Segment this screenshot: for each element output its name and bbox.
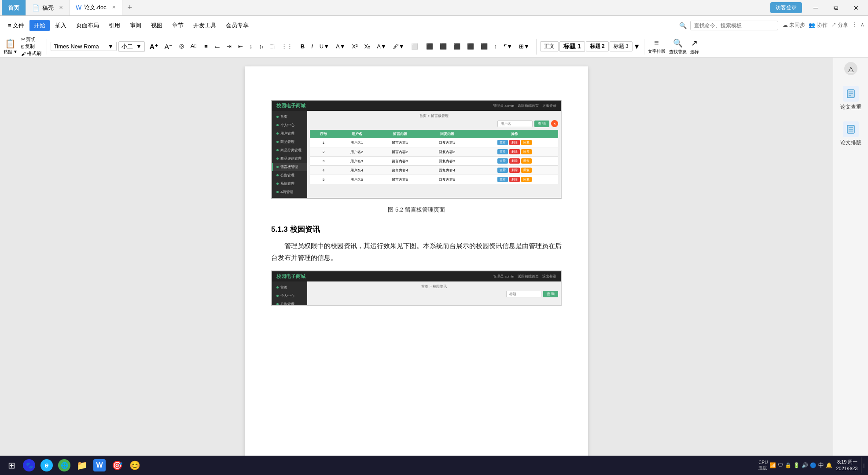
border-button[interactable]: ⬜ xyxy=(408,41,421,51)
text-layout-button[interactable]: ≡ 文字排版 xyxy=(648,38,666,55)
ribbon-vip[interactable]: 会员专享 xyxy=(221,20,253,31)
unordered-list-button[interactable]: ≡ xyxy=(201,41,211,51)
add-tab-button[interactable]: + xyxy=(122,3,138,12)
align-distribute-button[interactable]: ⬛ xyxy=(478,41,491,51)
view-btn-4[interactable]: 查看 xyxy=(497,168,508,173)
ribbon-insert[interactable]: 插入 xyxy=(51,20,71,31)
font-color2-button[interactable]: A▼ xyxy=(374,41,390,51)
admin-search-button-1[interactable]: 查 询 xyxy=(534,121,549,127)
font-color-button[interactable]: A▼ xyxy=(333,41,349,51)
cut-button[interactable]: ✂ 剪切 xyxy=(21,36,41,43)
admin-filter-button-1[interactable]: ✕ xyxy=(551,120,558,127)
taskbar-app-ie[interactable]: e xyxy=(39,457,55,473)
ribbon-reference[interactable]: 引用 xyxy=(104,20,125,31)
para-spacing-button[interactable]: ⬚ xyxy=(266,41,278,51)
more-btn[interactable]: ⋮ xyxy=(852,22,857,29)
collapse-btn[interactable]: ∧ xyxy=(861,22,864,29)
style-h2[interactable]: 标题 2 xyxy=(586,41,609,51)
font-family-selector[interactable]: Times New Roma ▼ xyxy=(51,42,117,51)
sort-button[interactable]: ↕ xyxy=(246,41,256,51)
start-button[interactable]: ⊞ xyxy=(4,457,19,473)
sidebar-item-merchant[interactable]: A商管理 xyxy=(272,188,307,196)
align-left-button[interactable]: ⬛ xyxy=(423,41,436,51)
copy-button[interactable]: ⎘ 复制 xyxy=(21,43,41,50)
taskbar-app-game[interactable]: 🎯 xyxy=(109,457,125,473)
ribbon-file[interactable]: ≡ 文件 xyxy=(4,20,29,31)
indent-increase-button[interactable]: ↑ xyxy=(491,41,500,51)
sidebar-item-category[interactable]: 商品分类管理 xyxy=(272,146,307,154)
highlight-button[interactable]: 🖊▼ xyxy=(390,41,408,51)
tab-home[interactable]: 首页 xyxy=(2,0,26,15)
delete-btn-2[interactable]: 删除 xyxy=(509,149,520,154)
paste-label[interactable]: 粘贴▼ xyxy=(4,49,18,55)
view-btn-3[interactable]: 查看 xyxy=(497,158,508,164)
ordered-list-button[interactable]: ≔ xyxy=(211,41,223,51)
align-right-button[interactable]: ⬛ xyxy=(450,41,463,51)
outdent-button[interactable]: ⇤ xyxy=(235,41,246,51)
sidebar-item-user[interactable]: 用户管理 xyxy=(272,129,307,138)
style-h1[interactable]: 标题 1 xyxy=(559,41,585,52)
sidebar-item-home[interactable]: 首页 xyxy=(272,113,307,121)
view-btn-2[interactable]: 查看 xyxy=(497,149,508,154)
view-btn-5[interactable]: 查看 xyxy=(497,177,508,182)
taskbar-app-browser[interactable]: 🌐 xyxy=(56,457,72,473)
taskbar-app-emoji[interactable]: 😊 xyxy=(127,457,143,473)
reply-btn-2[interactable]: 回复 xyxy=(521,149,532,154)
table-btn[interactable]: ⊞▼ xyxy=(516,41,533,51)
admin-search-input-2[interactable] xyxy=(506,291,541,297)
restore-button[interactable]: ⧉ xyxy=(826,0,846,16)
delete-btn[interactable]: 删除 xyxy=(509,140,520,145)
ribbon-review[interactable]: 审阅 xyxy=(125,20,146,31)
ribbon-chapter[interactable]: 章节 xyxy=(168,20,188,31)
ribbon-home[interactable]: 开始 xyxy=(29,20,50,31)
line-spacing-button[interactable]: ↕ₗ xyxy=(256,41,266,51)
draft-tab-close[interactable]: ✕ xyxy=(59,5,63,11)
sidebar2-item-home[interactable]: 首页 xyxy=(272,283,307,292)
sidebar2-item-personal[interactable]: 个人中心 xyxy=(272,292,307,300)
doc-tab-close[interactable]: ✕ xyxy=(112,4,116,10)
visitor-login-button[interactable]: 访客登录 xyxy=(770,2,802,13)
styles-more-button[interactable]: ▼ xyxy=(633,43,640,51)
taskbar-clock[interactable]: 8:19 周一 2021/8/23 xyxy=(836,459,857,472)
view-btn[interactable]: 查看 xyxy=(497,140,508,145)
superscript-button[interactable]: X² xyxy=(349,41,361,51)
delete-btn-3[interactable]: 删除 xyxy=(509,158,520,164)
sidebar-item-sys[interactable]: 系统管理 xyxy=(272,179,307,188)
taskbar-app-explorer[interactable]: 📁 xyxy=(74,457,90,473)
delete-btn-4[interactable]: 删除 xyxy=(509,168,520,173)
admin-search-input-1[interactable] xyxy=(497,121,533,127)
paper-format-button[interactable]: 论文排版 xyxy=(835,118,866,150)
ribbon-devtools[interactable]: 开发工具 xyxy=(189,20,221,31)
ribbon-layout[interactable]: 页面布局 xyxy=(72,20,103,31)
sidebar-item-message[interactable]: 留言板管理 xyxy=(272,163,307,171)
tab-doc[interactable]: W 论文.doc ✕ xyxy=(70,0,122,15)
italic-button[interactable]: I xyxy=(308,41,316,51)
underline-button[interactable]: U▼ xyxy=(316,41,332,51)
paper-check-button[interactable]: 论文查重 xyxy=(835,82,866,114)
font-size-selector[interactable]: 小二 ▼ xyxy=(118,41,145,52)
indent-button[interactable]: ⇥ xyxy=(224,41,235,51)
tab-draft[interactable]: 📄 稿壳 ✕ xyxy=(26,0,70,15)
paste-button[interactable]: 📋 xyxy=(5,38,16,49)
reply-btn[interactable]: 回复 xyxy=(521,140,532,145)
reply-btn-5[interactable]: 回复 xyxy=(521,177,532,182)
show-desktop-button[interactable]: | xyxy=(861,457,864,473)
taskbar-app-baidu[interactable]: 🐾 xyxy=(21,457,37,473)
document-area[interactable]: 校园电子商城 管理员 admin 返回前端首页 退出登录 首页 xyxy=(0,58,833,460)
close-button[interactable]: ✕ xyxy=(846,0,866,16)
align-center-button[interactable]: ⬛ xyxy=(437,41,450,51)
sidebar-item-notice[interactable]: 公告管理 xyxy=(272,171,307,179)
taskbar-app-word[interactable]: W xyxy=(92,457,107,473)
sidebar-item-comment[interactable]: 商品评论管理 xyxy=(272,154,307,163)
select-button[interactable]: ↗ 选择 xyxy=(690,38,699,55)
columns-button[interactable]: ⋮⋮ xyxy=(278,41,296,51)
delete-btn-5[interactable]: 删除 xyxy=(509,177,520,182)
align-justify-button[interactable]: ⬛ xyxy=(464,41,477,51)
minimize-button[interactable]: ─ xyxy=(805,0,826,16)
bold-button[interactable]: B xyxy=(298,41,308,51)
style-normal[interactable]: 正文 xyxy=(540,41,559,51)
panel-collapse-button[interactable]: △ xyxy=(844,62,857,75)
reply-btn-3[interactable]: 回复 xyxy=(521,158,532,164)
font-clear-button[interactable]: ◎ xyxy=(176,41,187,52)
find-replace-button[interactable]: 🔍 查找替换 xyxy=(669,38,687,55)
